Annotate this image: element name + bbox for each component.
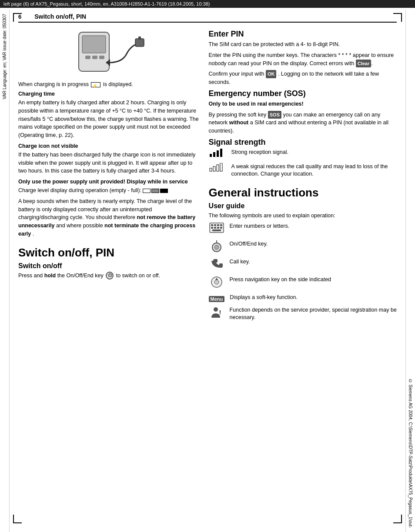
symbol-row-service: ! Function depends on the service provid… [209,306,397,322]
user-guide-subtitle: User guide [209,202,397,210]
symbol-onoff-text: On/Off/End key. [230,240,268,248]
charging-time-text: An empty battery is fully charged after … [18,99,200,140]
switch-on-subtitle: Switch on/off [18,262,200,270]
svg-rect-13 [213,166,215,171]
svg-rect-10 [217,150,219,157]
corner-mark-tl [13,13,22,22]
onoff-key-icon: ⏻ [106,272,114,279]
svg-rect-5 [135,39,144,47]
emergency-text: By pressing the soft key SOS you can mak… [209,111,397,135]
svg-rect-19 [217,224,219,226]
charge-full [160,189,168,193]
ok-button-label: OK [266,70,277,78]
svg-point-30 [214,280,219,284]
left-sidebar-text: VAR Language: en; VAR issue date: 050307 [2,14,7,99]
charge-icon-heading: Charge icon not visible [18,143,200,149]
corner-mark-tr [393,13,402,22]
charge-icon-text: If the battery has been discharged fully… [18,151,200,175]
switch-section-title: Switch on/off, PIN [18,246,200,259]
charge-display [143,189,168,193]
left-column: When charging is in progress ⚡ is displa… [18,28,200,325]
menu-btn-label: Menu [209,296,225,302]
phone-svg [70,28,148,76]
svg-rect-14 [217,165,219,171]
symbol-row-onoff: On/Off/End key. [209,240,397,255]
switch-on-text3: to switch on or off. [116,273,160,279]
svg-rect-23 [217,227,219,229]
svg-rect-18 [214,224,216,226]
charging-time-heading: Charging time [18,91,200,97]
nav-icon [209,276,224,290]
symbol-row-keyboard: Enter numbers or letters. [209,223,397,237]
svg-text:!: ! [219,309,221,316]
right-sidebar: © Siemens AG 2004, C:\Siemens\DTP-Satz\P… [405,10,415,532]
top-meta-bar: left page (6) of AX75_Pegasus, short, 14… [0,0,415,8]
svg-rect-1 [82,36,106,53]
charge-half [151,189,159,193]
emergency-title: Emergency number (SOS) [209,89,397,98]
symbol-service-text: Function depends on the service provider… [230,306,397,322]
right-column: Enter PIN The SIM card can be protected … [209,28,397,325]
svg-rect-2 [85,56,90,59]
symbol-keyboard-text: Enter numbers or letters. [230,223,290,230]
beep-text: A beep sounds when the battery is nearly… [18,197,200,238]
svg-point-27 [214,245,219,249]
left-sidebar: VAR Language: en; VAR issue date: 050307 [0,10,10,532]
symbol-menu-text: Displays a soft-key function. [230,294,298,302]
svg-rect-20 [220,224,222,226]
signal-weak-icon [209,163,226,174]
sos-button-label: SOS [268,111,281,119]
symbol-call-text: Call key. [230,258,250,266]
signal-weak-text: A weak signal reduces the call quality a… [231,163,397,178]
main-content: 6 Switch on/off, PIN [10,8,405,325]
keyboard-icon [209,223,224,237]
top-meta-text: left page (6) of AX75_Pegasus, short, 14… [3,1,210,7]
switch-on-text: Press and hold the On/Off/End key ⏻ to s… [18,272,200,280]
svg-point-32 [214,307,218,312]
onoff-icon [209,240,224,255]
svg-rect-11 [220,149,222,157]
general-instructions-title: General instructions [209,186,397,200]
svg-rect-17 [211,224,213,226]
charging-icon: ⚡ [91,82,100,87]
signal-strong-text: Strong reception signal. [231,149,288,156]
svg-rect-21 [211,227,213,229]
corner-mark-bl [13,515,22,523]
charge-empty [143,189,151,193]
svg-rect-24 [220,227,222,229]
user-guide-intro: The following symbols are used to explai… [209,212,397,220]
corner-mark-br [393,515,402,523]
menu-icon: Menu [209,294,225,303]
enter-pin-text2: Enter the PIN using the number keys. The… [209,51,397,68]
signal-strong-row: Strong reception signal. [209,149,397,160]
svg-rect-8 [210,154,212,157]
enter-pin-title: Enter PIN [209,30,397,39]
svg-rect-25 [212,229,221,231]
service-icon: ! [209,306,224,321]
svg-rect-9 [213,152,215,157]
charge-level-text: Charge level display during operation (e… [18,186,200,195]
two-column-layout: When charging is in progress ⚡ is displa… [18,28,397,325]
call-icon [209,258,224,273]
svg-rect-15 [220,163,222,171]
page-title: Switch on/off, PIN [34,13,86,20]
svg-rect-22 [214,227,216,229]
symbol-row-nav: Press navigation key on the side indicat… [209,276,397,290]
svg-rect-6 [138,37,141,40]
signal-weak-row: A weak signal reduces the call quality a… [209,163,397,178]
svg-rect-3 [92,56,97,59]
power-supply-heading: Only use the power supply unit provided!… [18,179,200,185]
enter-pin-text1: The SIM card can be protected with a 4- … [209,40,397,49]
signal-strong-icon [209,149,226,160]
emergency-warning: Only to be used in real emergencies! [209,100,397,108]
svg-rect-12 [210,168,212,171]
clear-button-label: Clear [356,60,371,68]
page-header: 6 Switch on/off, PIN [18,8,397,23]
signal-title: Signal strength [209,138,397,147]
svg-rect-4 [99,56,104,59]
enter-pin-confirm: Confirm your input with OK . Logging on … [209,70,397,86]
charging-note: When charging is in progress ⚡ is displa… [18,81,200,87]
right-sidebar-text: © Siemens AG 2004, C:\Siemens\DTP-Satz\P… [408,379,413,528]
symbol-row-menu: Menu Displays a soft-key function. [209,294,397,303]
phone-illustration [18,28,200,77]
